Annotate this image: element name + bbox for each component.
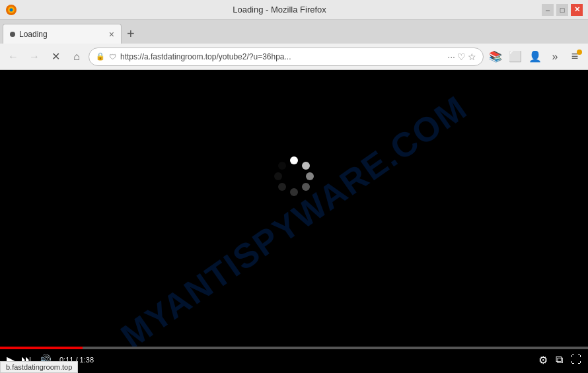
reload-icon: ✕ [52, 50, 60, 63]
profile-button[interactable]: 👤 [526, 48, 544, 66]
fullscreen-icon: ⛶ [571, 354, 581, 366]
settings-icon: ⚙ [538, 354, 548, 366]
bookmark-icon[interactable]: ☆ [468, 51, 476, 62]
home-button[interactable]: ⌂ [67, 48, 86, 66]
address-bar: ← → ✕ ⌂ 🔒 🛡 https://a.fastdatingroom.top… [0, 44, 588, 70]
maximize-button[interactable]: □ [556, 4, 568, 16]
miniplayer-icon: ⧉ [556, 354, 563, 366]
spinner-dot-8 [278, 162, 286, 170]
toolbar-right: 📚 ⬜ 👤 » ≡ [486, 48, 584, 66]
spinner-dot-2 [302, 162, 310, 170]
shield-icon: 🛡 [109, 53, 116, 61]
firefox-logo-icon [5, 4, 17, 16]
video-controls: ▶ ⏭ 🔊 0:11 / 1:38 ⚙ ⧉ ⛶ [0, 347, 588, 373]
forward-icon: → [29, 51, 40, 63]
window-title: Loading - Mozilla Firefox [17, 5, 542, 15]
progress-bar-fill [0, 347, 83, 349]
miniplayer-button[interactable]: ⧉ [554, 353, 564, 367]
home-icon: ⌂ [73, 51, 80, 63]
spinner-dot-6 [278, 183, 286, 191]
synced-tabs-button[interactable]: ⬜ [506, 48, 525, 66]
url-actions: ··· ♡ ☆ [447, 51, 476, 62]
spinner-wheel [274, 156, 314, 196]
synced-tabs-icon: ⬜ [509, 50, 522, 63]
tab-loading-label: Loading [19, 30, 105, 39]
spinner-dot-4 [302, 183, 310, 191]
fullscreen-button[interactable]: ⛶ [570, 353, 583, 367]
url-text: https://a.fastdatingroom.top/yotube2/?u=… [120, 52, 443, 61]
tab-loading-dot [10, 32, 15, 37]
spinner-dot-3 [306, 172, 314, 180]
status-bar: b.fastdatingroom.top [0, 361, 78, 373]
extensions-button[interactable]: » [546, 48, 564, 66]
close-button[interactable]: ✕ [571, 4, 583, 16]
progress-bar-container[interactable] [0, 347, 588, 349]
title-bar-left [5, 4, 17, 16]
new-tab-button[interactable]: + [123, 24, 139, 44]
tab-close-button[interactable]: × [109, 30, 114, 39]
title-bar: Loading - Mozilla Firefox – □ ✕ [0, 0, 588, 20]
spinner-dot-5 [290, 188, 298, 196]
reload-button[interactable]: ✕ [46, 48, 65, 66]
security-icon: 🔒 [96, 52, 105, 61]
tab-bar: Loading × + [0, 20, 588, 44]
notification-dot [577, 50, 582, 55]
more-url-button[interactable]: ··· [447, 51, 455, 62]
bookmarks-library-button[interactable]: 📚 [486, 48, 505, 66]
url-bar[interactable]: 🔒 🛡 https://a.fastdatingroom.top/yotube2… [89, 48, 484, 66]
loading-spinner [274, 156, 314, 196]
profile-icon: 👤 [529, 50, 542, 63]
app-menu-button[interactable]: ≡ [566, 48, 584, 66]
minimize-button[interactable]: – [542, 4, 554, 16]
bookmarks-icon: 📚 [489, 50, 502, 63]
controls-right: ⚙ ⧉ ⛶ [537, 353, 583, 368]
spinner-dot-7 [274, 172, 282, 180]
tab-loading[interactable]: Loading × [3, 24, 122, 44]
extensions-icon: » [552, 51, 558, 63]
back-icon: ← [8, 51, 18, 63]
settings-button[interactable]: ⚙ [537, 353, 549, 368]
window-controls: – □ ✕ [542, 4, 583, 16]
forward-button[interactable]: → [25, 48, 44, 66]
video-container[interactable]: MYANTISPYWARE.COM ▶ ⏭ 🔊 0:11 [0, 70, 588, 373]
time-total: 1:38 [80, 356, 94, 364]
svg-point-2 [10, 8, 13, 11]
watermark-text: MYANTISPYWARE.COM [114, 87, 474, 356]
status-url: b.fastdatingroom.top [6, 363, 72, 371]
pocket-icon[interactable]: ♡ [457, 51, 466, 62]
spinner-dot-1 [290, 156, 298, 164]
back-button[interactable]: ← [4, 48, 22, 66]
